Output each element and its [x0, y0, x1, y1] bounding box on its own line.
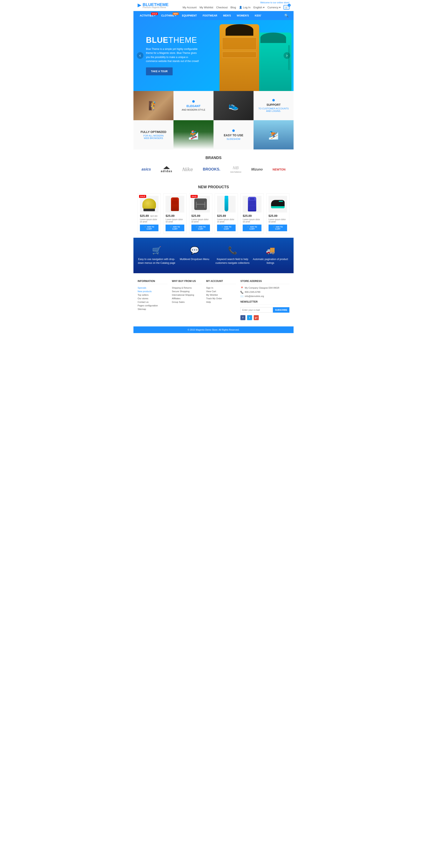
nav-footwear[interactable]: FOOTWEAR [200, 12, 220, 20]
newsletter-subscribe-button[interactable]: SUBSCRIBE [273, 307, 289, 313]
brand-nike[interactable]: Nike [180, 165, 195, 174]
newsletter-title: NEWSLETTER [240, 300, 289, 305]
add-to-cart-button[interactable]: 🛒 ADD TO CART [217, 224, 236, 231]
footer-link-view-cart[interactable]: View Cart [206, 290, 236, 292]
footer-link-wishlist[interactable]: My Wishlist [206, 293, 236, 296]
brand-adidas[interactable]: adidas [159, 165, 174, 174]
nav-equipment[interactable]: EQUIPMENT [179, 12, 200, 20]
product-price-row: $25.89 [268, 214, 287, 217]
optimized-feature: FULLY OPTIMIZED FOR ALL MODERNWEB BROWSE… [133, 120, 173, 149]
footer-information: INFORMATION Specials New products Top se… [138, 280, 168, 320]
add-to-cart-button[interactable]: 🛒 ADD TO CART [243, 224, 261, 231]
product-description: Lorem ipsum dolor sit amet [191, 218, 210, 223]
copyright-text: © 2015 Magento Demo Store. All Rights Re… [188, 329, 239, 331]
footer-link-pages[interactable]: Pages configuration [138, 304, 168, 307]
hero-next-button[interactable]: › [284, 52, 290, 59]
login-link[interactable]: 👤 Log In [239, 6, 251, 9]
footer-link-shipping[interactable]: Shipping & Returns [172, 286, 202, 289]
my-wishlist-link[interactable]: My Wishlist [200, 6, 213, 9]
product-price: $25.89 [217, 214, 226, 217]
footer-link-track-order[interactable]: Track My Order [206, 297, 236, 300]
banner-feature-cart: 🛒 Easy to use navigation with drop-down … [138, 246, 175, 265]
footer-information-title: INFORMATION [138, 280, 168, 284]
feature-dot [192, 100, 195, 103]
location-icon: 📍 [240, 286, 243, 289]
menu-feature-icon: 💬 [175, 246, 214, 255]
add-to-cart-button[interactable]: 🛒 ADD TO CART [268, 224, 287, 231]
footer-link-group-sales[interactable]: Group Sales [172, 301, 202, 303]
search-icon[interactable]: 🔍 [283, 11, 290, 20]
support-subtitle: TO CUSTOMER ACCOUNTS AND LOGINS. [258, 107, 289, 112]
language-select[interactable]: English ▾ [253, 6, 264, 9]
facebook-icon[interactable]: f [240, 315, 245, 320]
footer-link-new-products[interactable]: New products [138, 290, 168, 292]
footer-link-intl-shipping[interactable]: International Shipping [172, 293, 202, 296]
footer-link-sign-in[interactable]: Sign In [206, 286, 236, 289]
product-price: $25.89 [166, 214, 174, 217]
email-icon: ✉️ [240, 295, 243, 298]
brand-newton[interactable]: NEWTON [270, 166, 288, 173]
nav-kids[interactable]: KIDS' [252, 12, 264, 20]
product-card: $25.89 Lorem ipsum dolor sit amet 🛒 ADD … [215, 193, 238, 234]
footer-email-row: ✉️ info@demolink.org [240, 295, 289, 298]
add-to-cart-button[interactable]: 🛒 ADD TO CART [191, 224, 210, 231]
product-old-price: $27.89 [150, 215, 157, 217]
features-grid: 🧗 ELEGANT AND MODERN STYLE 👟 SUPPORT TO … [133, 91, 294, 149]
footer-link-specials[interactable]: Specials [138, 286, 168, 289]
social-links: f t g+ [240, 315, 289, 320]
products-section: NEW PRODUCTS SALE $25.89 $27.89 Lorem ip… [133, 181, 294, 238]
main-navigation: SALE ACTIVITIES ▾ NEW CLOTHING ▾ EQUIPME… [133, 11, 294, 20]
product-description: Lorem ipsum dolor sit amet [140, 218, 159, 223]
nav-activities[interactable]: SALE ACTIVITIES ▾ [137, 12, 158, 20]
brand-new-balance[interactable]: NBnew balance [228, 164, 243, 175]
footer-link-our-stores[interactable]: Our stores [138, 297, 168, 300]
support-title: SUPPORT [266, 103, 281, 106]
product-image [243, 196, 261, 213]
nav-womens[interactable]: WOMEN'S [234, 12, 252, 20]
add-to-cart-button[interactable]: 🛒 ADD TO CART [166, 224, 184, 231]
footer-my-account-title: MY ACCOUNT [206, 280, 236, 284]
add-to-cart-button[interactable]: 🛒 ADD TO CART [140, 224, 159, 231]
easy-use-feature: EASY TO USE SLIDESHOW [214, 120, 254, 149]
newsletter-email-input[interactable] [240, 307, 273, 313]
footer-link-contact[interactable]: Contact us [138, 301, 168, 303]
support-feature: SUPPORT TO CUSTOMER ACCOUNTS AND LOGINS. [254, 91, 294, 120]
easy-use-title: EASY TO USE [224, 133, 243, 137]
blog-link[interactable]: Blog [231, 6, 236, 9]
footer-link-secure[interactable]: Secure Shopping [172, 290, 202, 292]
brand-mizuno[interactable]: Mizuno [249, 166, 265, 173]
logo-icon [138, 4, 141, 7]
brands-title: BRANDS [138, 156, 289, 160]
nav-mens[interactable]: MEN'S [220, 12, 234, 20]
product-price: $25.89 [243, 214, 252, 217]
footer: INFORMATION Specials New products Top se… [133, 273, 294, 327]
currency-select[interactable]: Currency ▾ [267, 6, 281, 9]
product-card: $25.89 Lorem ipsum dolor sit amet 🛒 ADD … [163, 193, 187, 234]
footer-my-account: MY ACCOUNT Sign In View Cart My Wishlist… [206, 280, 236, 320]
footer-link-help[interactable]: Help [206, 301, 236, 303]
hero-prev-button[interactable]: ‹ [137, 52, 143, 59]
twitter-icon[interactable]: t [247, 315, 252, 320]
brand-asics[interactable]: asics [139, 166, 153, 173]
product-price-row: $25.89 [243, 214, 261, 217]
product-price: $25.89 [191, 214, 200, 217]
easy-use-subtitle: SLIDESHOW [227, 138, 240, 140]
brand-brooks[interactable]: BROOKS. [201, 166, 223, 173]
footer-link-sitemap[interactable]: Sitemap [138, 308, 168, 310]
cart-area[interactable]: 🛒 0 [284, 5, 289, 9]
nav-clothing[interactable]: NEW CLOTHING ▾ [158, 12, 179, 20]
checkout-link[interactable]: Checkout [216, 6, 228, 9]
product-description: Lorem ipsum dolor sit amet [217, 218, 236, 223]
footer-link-top-sellers[interactable]: Top sellers [138, 293, 168, 296]
my-account-link[interactable]: My Account [183, 6, 197, 9]
footer-link-affiliates[interactable]: Affiliates [172, 297, 202, 300]
banner-feature-search: 📞 Keyword search field to help customers… [214, 246, 252, 265]
hero-cta-button[interactable]: TAKE A TOUR [146, 67, 173, 75]
banner-feature-pagination: 🚚 Automatic pagination of product listin… [252, 246, 289, 265]
product-image [140, 196, 159, 213]
footer-phone-row: 📞 800-2345-6789 [240, 291, 289, 293]
google-plus-icon[interactable]: g+ [254, 315, 259, 320]
product-image [268, 196, 287, 213]
optimized-subtitle: FOR ALL MODERNWEB BROWSERS [143, 134, 164, 140]
product-price-row: $25.89 [191, 214, 210, 217]
